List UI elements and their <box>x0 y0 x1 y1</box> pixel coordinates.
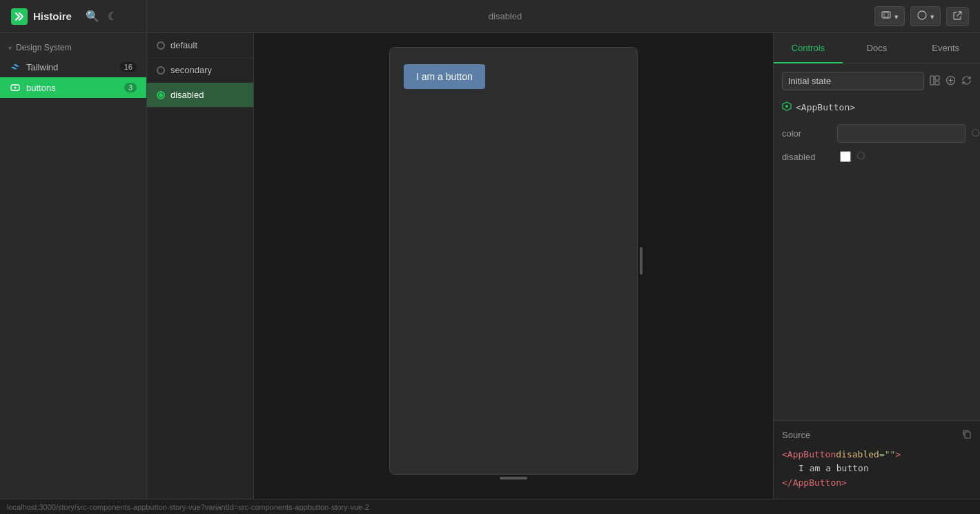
prop-row-color: color <box>782 124 972 143</box>
sidebar: ▾ Design System Tailwind 16 <box>0 33 147 499</box>
initial-state-row: Initial state <box>782 72 972 90</box>
open-external-icon <box>952 10 963 23</box>
canvas-resize-handle-right[interactable] <box>640 247 643 275</box>
source-attr-name: disabled <box>836 449 879 459</box>
tailwind-label: Tailwind <box>26 62 58 72</box>
svg-point-12 <box>858 152 865 159</box>
svg-rect-1 <box>884 12 888 17</box>
svg-point-2 <box>918 11 926 19</box>
tab-events-label: Events <box>932 43 959 53</box>
viewport-button[interactable] <box>874 6 905 26</box>
canvas-frame: I am a button <box>389 47 638 475</box>
right-panel: Controls Docs Events Initial state <box>773 33 980 499</box>
component-icon <box>782 101 792 113</box>
variant-name-label: disabled <box>489 11 522 21</box>
prop-row-disabled: disabled <box>782 151 972 162</box>
circle-icon <box>917 10 928 23</box>
topbar-logo: Histoire 🔍 ☾ <box>0 0 147 32</box>
prop-label-disabled: disabled <box>782 152 837 162</box>
svg-point-4 <box>14 87 17 89</box>
sidebar-section: ▾ Design System Tailwind 16 <box>0 33 146 103</box>
topbar-right-controls <box>863 6 980 26</box>
tab-events[interactable]: Events <box>911 33 980 63</box>
story-item-secondary[interactable]: secondary <box>147 58 253 83</box>
svg-rect-5 <box>930 76 934 85</box>
buttons-badge: 3 <box>124 83 137 92</box>
source-close-open-tag: > <box>895 449 901 459</box>
search-icon[interactable]: 🔍 <box>86 10 99 23</box>
story-label-default: default <box>170 40 197 50</box>
story-item-disabled[interactable]: disabled <box>147 83 253 108</box>
component-name-text: <AppButton> <box>796 102 855 112</box>
app-title: Histoire <box>33 10 72 22</box>
initial-state-select[interactable]: Initial state <box>782 72 924 90</box>
tab-controls-label: Controls <box>792 43 825 53</box>
open-external-button[interactable] <box>946 7 969 26</box>
component-name-row: <AppButton> <box>782 101 972 113</box>
story-dot-inner-disabled <box>159 93 163 97</box>
reset-icon[interactable] <box>961 75 972 88</box>
svg-point-10 <box>785 105 788 108</box>
source-copy-icon[interactable] <box>962 429 972 441</box>
svg-rect-7 <box>935 81 939 85</box>
story-label-disabled: disabled <box>170 90 204 100</box>
viewport-chevron <box>894 11 899 21</box>
theme-toggle-icon[interactable]: ☾ <box>108 10 117 23</box>
tailwind-badge: 16 <box>120 62 137 72</box>
prop-checkbox-disabled[interactable] <box>840 151 851 162</box>
svg-rect-6 <box>935 76 939 80</box>
layout-icon[interactable] <box>930 75 940 88</box>
topbar: Histoire 🔍 ☾ disabled <box>0 0 980 33</box>
story-dot-inner-default <box>159 43 163 48</box>
prop-reset-color-icon[interactable] <box>971 128 980 139</box>
main-content: ▾ Design System Tailwind 16 <box>0 33 980 499</box>
story-dot-default <box>157 41 165 50</box>
right-panel-tabs: Controls Docs Events <box>774 33 980 63</box>
chevron-right-icon: ▾ <box>8 44 12 52</box>
source-inner-text: I am a button <box>798 462 972 476</box>
story-label-secondary: secondary <box>170 65 212 75</box>
tab-docs[interactable]: Docs <box>843 33 912 63</box>
design-system-header[interactable]: ▾ Design System <box>0 39 146 57</box>
source-panel: Source <AppButtondisabled=""> I am a but… <box>774 420 980 499</box>
sidebar-item-buttons[interactable]: buttons 3 <box>0 77 146 98</box>
viewport-icon <box>881 10 892 23</box>
tab-controls[interactable]: Controls <box>774 33 843 63</box>
theme-button[interactable] <box>910 6 941 26</box>
app-logo-icon <box>11 8 28 25</box>
source-close-tag: </AppButton> <box>782 477 847 488</box>
prop-input-color[interactable] <box>837 124 966 143</box>
tab-docs-label: Docs <box>867 43 888 53</box>
circle-chevron <box>930 11 934 21</box>
add-icon[interactable] <box>945 75 956 88</box>
source-code-block: <AppButtondisabled=""> I am a button </A… <box>782 448 972 491</box>
right-panel-icon-buttons <box>930 75 972 88</box>
prop-reset-disabled-icon[interactable] <box>856 151 865 162</box>
canvas-area: I am a button <box>254 33 773 499</box>
story-dot-inner-secondary <box>159 68 163 72</box>
story-dot-disabled <box>157 91 165 99</box>
sidebar-item-tailwind[interactable]: Tailwind 16 <box>0 57 146 77</box>
source-title: Source <box>782 430 810 440</box>
demo-app-button[interactable]: I am a button <box>404 64 485 89</box>
right-panel-controls-content: Initial state <box>774 63 980 420</box>
prop-label-color: color <box>782 128 837 139</box>
svg-rect-13 <box>965 432 970 438</box>
source-header: Source <box>782 429 972 441</box>
canvas-resize-handle-bottom[interactable] <box>500 477 527 480</box>
buttons-icon <box>10 82 21 93</box>
buttons-label: buttons <box>26 83 56 93</box>
tailwind-icon <box>10 61 21 72</box>
story-item-default[interactable]: default <box>147 33 253 58</box>
topbar-search-theme: 🔍 ☾ <box>77 10 126 23</box>
story-dot-secondary <box>157 66 165 75</box>
statusbar-url: localhost:3000/story/src-components-appb… <box>7 503 369 511</box>
statusbar: localhost:3000/story/src-components-appb… <box>0 499 980 514</box>
design-system-label: Design System <box>16 43 72 52</box>
source-open-tag: <AppButtondisabled=""> <box>782 449 901 459</box>
source-attr-value: ="" <box>879 449 895 459</box>
svg-point-11 <box>972 129 979 136</box>
source-tag-open: <AppButton <box>782 449 836 459</box>
story-panel: default secondary disabled <box>147 33 254 499</box>
